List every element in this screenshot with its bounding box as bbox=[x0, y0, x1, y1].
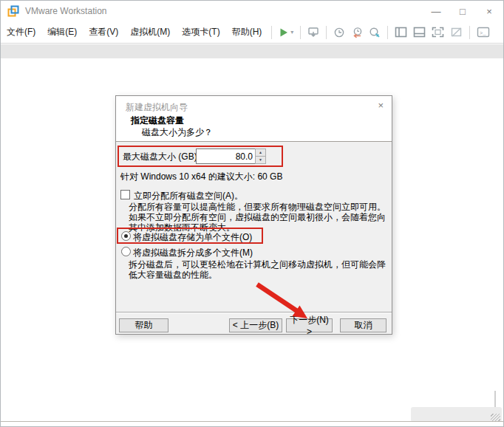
unity-mode-button[interactable] bbox=[447, 24, 466, 41]
toolbar-separator bbox=[387, 26, 388, 39]
disk-size-spinner: ▲ ▼ bbox=[196, 148, 266, 164]
manage-snapshots-icon bbox=[369, 27, 381, 38]
next-button[interactable]: 下一步(N) > bbox=[286, 318, 333, 332]
menu-help[interactable]: 帮助(H) bbox=[226, 26, 268, 38]
revert-snapshot-icon bbox=[351, 27, 363, 38]
split-note: 拆分磁盘后，可以更轻松地在计算机之间移动虚拟机，但可能会降低大容量磁盘的性能。 bbox=[129, 259, 389, 280]
spinner-down-icon[interactable]: ▼ bbox=[256, 156, 265, 163]
status-bar-line bbox=[1, 421, 503, 422]
single-file-label[interactable]: 将虚拟磁盘存储为单个文件(O) bbox=[133, 231, 252, 244]
fullscreen-button[interactable] bbox=[429, 24, 447, 41]
play-caret-icon[interactable]: ▾ bbox=[290, 29, 293, 35]
allocate-all-label[interactable]: 立即分配所有磁盘空间(A)。 bbox=[134, 190, 243, 202]
ctrl-alt-del-icon bbox=[307, 27, 319, 38]
vmware-logo-icon bbox=[7, 5, 19, 17]
console-button[interactable]: >_ bbox=[474, 24, 493, 41]
show-library-button[interactable] bbox=[392, 24, 410, 41]
recommended-size-text: 针对 Windows 10 x64 的建议大小: 60 GB bbox=[120, 171, 282, 183]
revert-snapshot-button[interactable] bbox=[348, 24, 366, 41]
new-vm-wizard-dialog: 新建虚拟机向导 × 指定磁盘容量 磁盘大小为多少？ 最大磁盘大小 (GB)(S)… bbox=[115, 95, 392, 335]
ctrl-alt-del-button[interactable] bbox=[304, 24, 322, 41]
menu-bar: 文件(F) 编辑(E) 查看(V) 虚拟机(M) 选项卡(T) 帮助(H) ▾ bbox=[1, 21, 503, 44]
dialog-title: 新建虚拟机向导 bbox=[126, 101, 188, 114]
show-thumbnail-bar-button[interactable] bbox=[410, 24, 429, 41]
allocate-all-checkbox[interactable] bbox=[120, 190, 130, 199]
toolbar-separator bbox=[469, 26, 470, 39]
step-subtitle: 磁盘大小为多少？ bbox=[142, 126, 213, 139]
vmware-workstation-window: VMware Workstation — □ × 文件(F) 编辑(E) 查看(… bbox=[0, 0, 504, 427]
step-title: 指定磁盘容量 bbox=[131, 115, 184, 127]
tab-strip bbox=[1, 44, 503, 58]
screenshot-artifact-line bbox=[494, 391, 496, 408]
allocate-note: 分配所有容量可以提高性能，但要求所有物理磁盘空间立即可用。如果不立即分配所有空间… bbox=[129, 202, 389, 233]
toolbar-separator bbox=[300, 26, 301, 39]
button-separator bbox=[116, 312, 392, 312]
unity-mode-icon bbox=[450, 27, 463, 38]
library-panel-icon bbox=[395, 27, 407, 38]
back-button[interactable]: < 上一步(B) bbox=[229, 318, 282, 332]
console-icon: >_ bbox=[477, 27, 490, 38]
close-button[interactable]: × bbox=[476, 1, 503, 21]
take-snapshot-button[interactable] bbox=[330, 24, 348, 41]
menu-tabs[interactable]: 选项卡(T) bbox=[176, 26, 225, 38]
take-snapshot-icon bbox=[333, 27, 345, 38]
dialog-close-icon[interactable]: × bbox=[378, 100, 384, 111]
manage-snapshots-button[interactable] bbox=[366, 24, 384, 41]
toolbar-separator bbox=[326, 26, 327, 39]
fullscreen-icon bbox=[432, 27, 444, 38]
spinner-up-icon[interactable]: ▲ bbox=[256, 149, 265, 156]
multi-file-radio[interactable] bbox=[121, 247, 131, 256]
maximize-button[interactable]: □ bbox=[449, 1, 476, 21]
menu-view[interactable]: 查看(V) bbox=[83, 26, 124, 38]
single-file-radio[interactable] bbox=[121, 231, 131, 241]
cancel-button[interactable]: 取消 bbox=[340, 318, 386, 332]
watermark-box bbox=[411, 407, 502, 422]
toolbar-separator bbox=[271, 26, 272, 39]
svg-text:>_: >_ bbox=[480, 30, 486, 36]
multi-file-label[interactable]: 将虚拟磁盘拆分成多个文件(M) bbox=[133, 247, 253, 259]
dialog-header: 新建虚拟机向导 × 指定磁盘容量 磁盘大小为多少？ bbox=[116, 96, 392, 142]
title-bar: VMware Workstation — □ × bbox=[1, 1, 503, 21]
minimize-button[interactable]: — bbox=[423, 1, 449, 21]
menu-vm[interactable]: 虚拟机(M) bbox=[124, 26, 176, 38]
play-icon bbox=[279, 27, 289, 38]
menu-file[interactable]: 文件(F) bbox=[1, 26, 41, 38]
power-on-button[interactable]: ▾ bbox=[276, 24, 296, 41]
menu-edit[interactable]: 编辑(E) bbox=[41, 26, 83, 38]
thumbnail-bar-icon bbox=[413, 27, 426, 38]
window-title: VMware Workstation bbox=[25, 6, 106, 16]
help-button[interactable]: 帮助 bbox=[119, 318, 168, 332]
disk-size-input[interactable] bbox=[196, 148, 255, 164]
resize-grip[interactable] bbox=[491, 414, 500, 421]
